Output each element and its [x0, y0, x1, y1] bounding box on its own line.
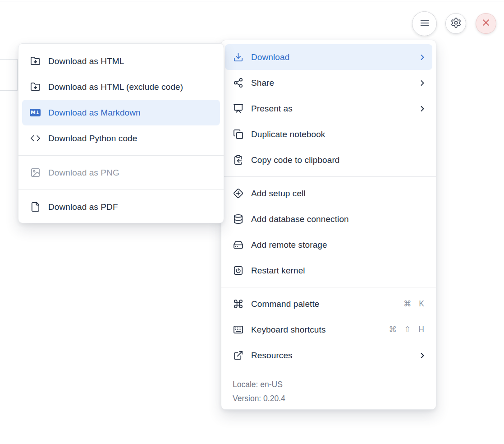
download-submenu: Download as HTML Download as HTML (exclu…: [18, 43, 224, 223]
external-link-icon: [233, 350, 243, 361]
menu-item-label: Add setup cell: [251, 189, 427, 199]
menu-item-restart-kernel[interactable]: Restart kernel: [221, 258, 436, 283]
menu-separator: [221, 372, 436, 372]
notebook-menu-button[interactable]: [412, 11, 437, 36]
code-icon: [30, 133, 41, 144]
menu-item-label: Add database connection: [251, 214, 427, 224]
background-cell-border-bottom: [0, 90, 18, 91]
menu-item-label: Download as PNG: [48, 168, 215, 178]
menu-item-keyboard-shortcuts[interactable]: Keyboard shortcuts ⌘ ⇧ H: [221, 317, 436, 342]
download-icon: [233, 52, 243, 63]
chevron-right-icon: [418, 104, 427, 113]
image-icon: [30, 167, 41, 178]
menu-item-label: Add remote storage: [251, 240, 427, 250]
power-icon: [233, 265, 243, 276]
chevron-right-icon: [418, 79, 427, 88]
diamond-plus-icon: [233, 188, 243, 199]
page-top-divider: [0, 1, 504, 1]
submenu-item-download-html[interactable]: Download as HTML: [18, 48, 224, 74]
submenu-item-download-png[interactable]: Download as PNG: [18, 160, 224, 185]
chevron-right-icon: [418, 351, 427, 360]
database-icon: [233, 214, 243, 225]
menu-item-label: Present as: [251, 104, 418, 114]
menu-item-duplicate-notebook[interactable]: Duplicate notebook: [221, 121, 436, 147]
menu-item-present-as[interactable]: Present as: [221, 96, 436, 121]
menu-item-label: Download Python code: [48, 134, 215, 143]
menu-item-label: Keyboard shortcuts: [251, 325, 389, 335]
settings-button[interactable]: [445, 13, 466, 34]
menu-separator: [221, 176, 436, 177]
hamburger-icon: [419, 17, 431, 31]
hard-drive-icon: [233, 240, 243, 250]
keyboard-shortcut-hint: ⌘ ⇧ H: [389, 325, 427, 334]
background-cell-border-top: [0, 59, 18, 60]
file-icon: [30, 202, 41, 213]
shutdown-button[interactable]: [476, 13, 496, 34]
menu-item-add-setup-cell[interactable]: Add setup cell: [221, 180, 436, 206]
menu-item-label: Restart kernel: [251, 266, 427, 276]
menu-item-copy-code[interactable]: Copy code to clipboard: [221, 147, 436, 173]
locale-text: Locale: en-US: [233, 378, 425, 392]
duplicate-icon: [233, 129, 243, 140]
submenu-item-download-python-code[interactable]: Download Python code: [18, 125, 224, 151]
share-icon: [233, 78, 243, 88]
close-icon: [481, 17, 491, 30]
menu-item-label: Copy code to clipboard: [251, 155, 427, 165]
folder-down-icon: [30, 56, 41, 67]
menu-separator: [221, 287, 436, 287]
submenu-item-download-pdf[interactable]: Download as PDF: [18, 194, 224, 220]
menu-item-label: Command palette: [251, 299, 403, 309]
notebook-actions-menu: Download Share Present as Duplicate note…: [221, 40, 436, 410]
submenu-item-download-html-exclude-code[interactable]: Download as HTML (exclude code): [18, 74, 224, 100]
menu-separator: [18, 155, 224, 156]
markdown-icon: M↓: [30, 107, 41, 118]
menu-item-label: Duplicate notebook: [251, 130, 427, 139]
menu-footer: Locale: en-US Version: 0.20.4: [221, 376, 436, 409]
version-text: Version: 0.20.4: [233, 392, 425, 406]
keyboard-shortcut-hint: ⌘ K: [403, 299, 427, 309]
keyboard-icon: [233, 324, 243, 335]
menu-item-label: Download as Markdown: [48, 108, 215, 118]
menu-item-label: Download as HTML: [48, 56, 215, 66]
menu-item-label: Share: [251, 78, 418, 88]
menu-item-label: Download as PDF: [48, 202, 215, 212]
menu-item-label: Resources: [251, 351, 418, 361]
chevron-right-icon: [418, 53, 427, 62]
gear-icon: [450, 17, 462, 30]
menu-item-download[interactable]: Download: [225, 44, 432, 70]
menu-item-command-palette[interactable]: Command palette ⌘ K: [221, 291, 436, 317]
menu-item-resources[interactable]: Resources: [221, 342, 436, 368]
menu-item-add-database-connection[interactable]: Add database connection: [221, 206, 436, 232]
menu-item-share[interactable]: Share: [221, 70, 436, 96]
menu-item-label: Download: [251, 52, 418, 62]
menu-item-label: Download as HTML (exclude code): [48, 82, 215, 92]
menu-item-add-remote-storage[interactable]: Add remote storage: [221, 232, 436, 258]
command-icon: [233, 299, 243, 310]
submenu-item-download-markdown[interactable]: M↓ Download as Markdown: [22, 100, 220, 125]
background-cell-border-right: [17, 59, 18, 91]
clipboard-copy-icon: [233, 155, 243, 166]
menu-separator: [18, 190, 224, 190]
presentation-icon: [233, 103, 243, 114]
folder-down-icon: [30, 82, 41, 92]
